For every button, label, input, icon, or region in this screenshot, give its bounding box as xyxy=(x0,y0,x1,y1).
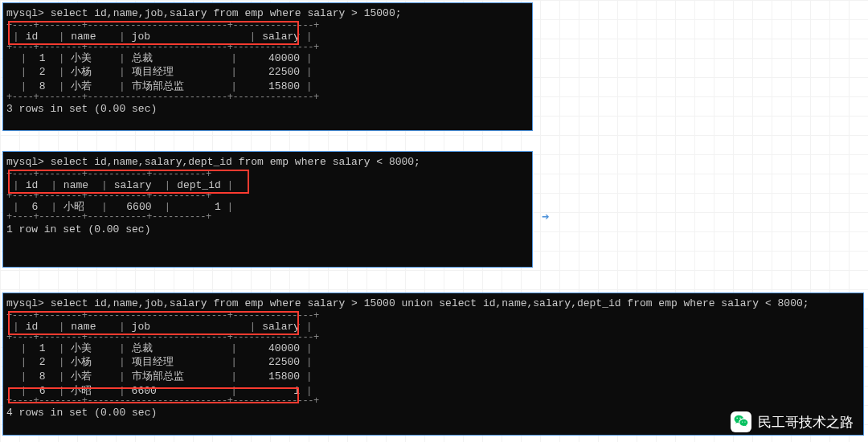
arrow-right-icon: ➔ xyxy=(542,209,550,225)
wechat-icon xyxy=(731,411,751,432)
result-table-2: +----+--------+-----------+----------+ |… xyxy=(6,171,240,221)
table-row: | 1 | 小美 | 总裁 | 40000 | xyxy=(6,342,319,356)
status-text-1: 3 rows in set (0.00 sec) xyxy=(6,102,527,117)
sql-prompt-3: mysql> select id,name,job,salary from em… xyxy=(6,297,858,311)
terminal-block-1: mysql> select id,name,job,salary from em… xyxy=(2,2,533,131)
watermark-text: 民工哥技术之路 xyxy=(758,413,854,432)
terminal-block-2: mysql> select id,name,salary,dept_id fro… xyxy=(2,151,533,268)
sql-prompt-2: mysql> select id,name,salary,dept_id fro… xyxy=(6,155,527,170)
table-row: | 1 | 小美 | 总裁 | 40000 | xyxy=(6,51,319,66)
table-row: | 2 | 小杨 | 项目经理 | 22500 | xyxy=(6,65,319,80)
result-table-3: +----+--------+-------------------------… xyxy=(6,313,319,405)
watermark: 民工哥技术之路 xyxy=(731,411,854,432)
status-text-2: 1 row in set (0.00 sec) xyxy=(6,223,527,237)
table-row: | 2 | 小杨 | 项目经理 | 22500 | xyxy=(6,355,319,370)
sql-prompt-1: mysql> select id,name,job,salary from em… xyxy=(6,6,527,21)
result-table-1: +----+--------+-------------------------… xyxy=(6,23,319,100)
table-row: | 8 | 小若 | 市场部总监 | 15800 | xyxy=(6,370,319,384)
